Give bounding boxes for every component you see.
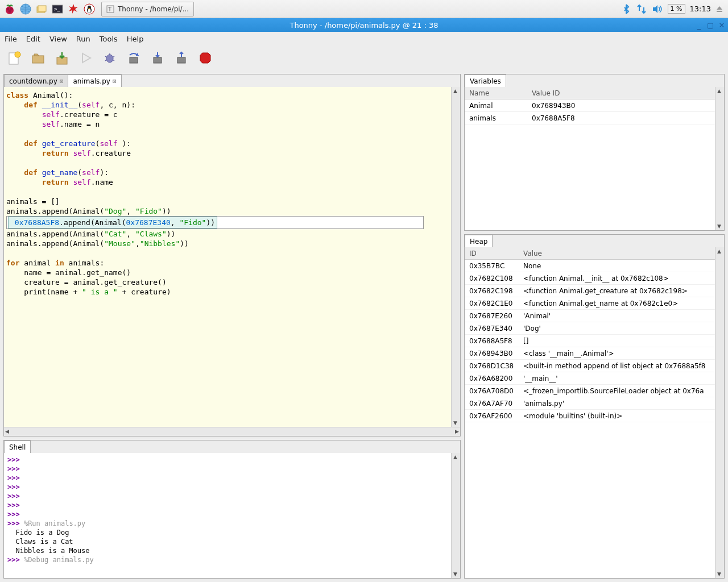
run-icon[interactable] xyxy=(77,49,94,66)
thonny-icon: T xyxy=(106,5,114,13)
menu-view[interactable]: View xyxy=(49,35,67,43)
code-editor[interactable]: class Animal(): def __init__(self, c, n)… xyxy=(4,87,451,427)
table-row[interactable]: 0x76A708D0<_frozen_importlib.SourceFileL… xyxy=(465,385,715,397)
table-row[interactable]: 0x76A68200'__main__' xyxy=(465,372,715,385)
os-taskbar: >_ T Thonny - /home/pi/... 1 % 13:13 xyxy=(0,0,728,18)
variables-grid: Name Value ID Animal0x768943B0animals0x7… xyxy=(465,87,715,230)
table-row[interactable]: 0x7687E340'Dog' xyxy=(465,322,715,335)
table-row[interactable]: 0x76AF2600<module 'builtins' (built-in)> xyxy=(465,410,715,422)
window-titlebar: Thonny - /home/pi/animals.py @ 21 : 38 _… xyxy=(0,18,728,32)
variables-head-name: Name xyxy=(465,89,527,97)
toolbar xyxy=(0,45,728,70)
svg-marker-30 xyxy=(200,53,210,63)
svg-marker-17 xyxy=(653,5,657,13)
variables-head-value: Value ID xyxy=(527,89,715,97)
step-out-icon[interactable] xyxy=(173,49,190,66)
svg-marker-23 xyxy=(34,54,39,56)
system-tray: 1 % 13:13 xyxy=(621,4,726,14)
shell-scrollbar-v[interactable] xyxy=(451,453,460,578)
tab-shell[interactable]: Shell xyxy=(4,440,31,453)
svg-point-1 xyxy=(7,7,10,10)
maximize-icon[interactable]: ▢ xyxy=(706,21,714,29)
table-row[interactable]: 0x76A7AF70'animals.py' xyxy=(465,397,715,410)
tab-variables[interactable]: Variables xyxy=(465,74,506,87)
menubar: File Edit View Run Tools Help xyxy=(0,32,728,45)
table-row[interactable]: 0x7688A5F8[] xyxy=(465,335,715,347)
table-row[interactable]: 0x768D1C38<built-in method append of lis… xyxy=(465,360,715,372)
editor-scrollbar-h[interactable] xyxy=(4,427,460,436)
minimize-icon[interactable]: _ xyxy=(695,21,703,29)
new-file-icon[interactable] xyxy=(6,49,23,66)
svg-rect-27 xyxy=(130,57,138,63)
menu-file[interactable]: File xyxy=(5,35,17,43)
svg-point-21 xyxy=(15,52,20,57)
tab-label: countdown.py xyxy=(9,77,57,85)
shell-panel: Shell >>>>>>>>>>>>>>>>>>>>>>>> %Run anim… xyxy=(3,440,461,579)
svg-text:>_: >_ xyxy=(54,6,60,12)
tab-label: animals.py xyxy=(73,77,110,85)
taskbar-app-thonny[interactable]: T Thonny - /home/pi/... xyxy=(101,2,194,16)
table-row[interactable]: 0x7682C1E0<function Animal.get_name at 0… xyxy=(465,297,715,310)
tab-countdown[interactable]: countdown.py⊠ xyxy=(4,74,68,87)
svg-rect-28 xyxy=(154,57,162,63)
menu-edit[interactable]: Edit xyxy=(26,35,40,43)
heap-grid: ID Value 0x35B7BCNone0x7682C108<function… xyxy=(465,247,715,578)
table-row[interactable]: animals0x7688A5F8 xyxy=(465,112,715,124)
table-row[interactable]: 0x7682C198<function Animal.get_creature … xyxy=(465,285,715,297)
svg-rect-29 xyxy=(177,57,185,63)
window-title: Thonny - /home/pi/animals.py @ 21 : 38 xyxy=(289,21,438,30)
heap-panel: Heap ID Value 0x35B7BCNone0x7682C108<fun… xyxy=(464,234,725,579)
eject-icon[interactable] xyxy=(715,5,723,13)
svg-point-3 xyxy=(9,10,11,13)
variables-scrollbar-v[interactable] xyxy=(715,87,724,230)
svg-text:T: T xyxy=(107,6,112,13)
editor-panel: countdown.py⊠ animals.py⊠ class Animal()… xyxy=(3,74,461,436)
svg-rect-22 xyxy=(32,56,44,63)
volume-icon[interactable] xyxy=(652,4,663,14)
variables-panel: Variables Name Value ID Animal0x768943B0… xyxy=(464,74,725,231)
close-icon[interactable]: ✕ xyxy=(718,21,726,29)
globe-icon[interactable] xyxy=(18,2,33,16)
taskbar-launchers: >_ xyxy=(2,2,97,16)
menu-run[interactable]: Run xyxy=(76,35,90,43)
network-icon[interactable] xyxy=(636,4,647,14)
heap-head-value: Value xyxy=(519,250,715,257)
tab-label: Heap xyxy=(470,238,487,246)
tab-label: Variables xyxy=(470,77,501,85)
open-file-icon[interactable] xyxy=(30,49,47,66)
tab-animals[interactable]: animals.py⊠ xyxy=(68,74,121,87)
svg-point-12 xyxy=(88,9,91,13)
menu-tools[interactable]: Tools xyxy=(100,35,118,43)
terminal-icon[interactable]: >_ xyxy=(50,2,65,16)
bluetooth-icon[interactable] xyxy=(621,4,631,14)
tab-close-icon[interactable]: ⊠ xyxy=(113,77,117,85)
svg-marker-18 xyxy=(717,6,722,10)
table-row[interactable]: 0x7687E260'Animal' xyxy=(465,310,715,322)
svg-rect-19 xyxy=(717,11,722,12)
editor-tabs: countdown.py⊠ animals.py⊠ xyxy=(4,74,460,87)
table-row[interactable]: 0x35B7BCNone xyxy=(465,260,715,272)
raspberry-icon[interactable] xyxy=(2,2,17,16)
tab-close-icon[interactable]: ⊠ xyxy=(60,77,64,85)
save-icon[interactable] xyxy=(53,49,71,66)
heap-head-id: ID xyxy=(465,250,519,257)
files-icon[interactable] xyxy=(34,2,49,16)
taskbar-app-label: Thonny - /home/pi/... xyxy=(118,5,189,13)
penguin-icon[interactable] xyxy=(82,2,97,16)
heap-scrollbar-v[interactable] xyxy=(715,247,724,578)
step-over-icon[interactable] xyxy=(125,49,142,66)
table-row[interactable]: 0x7682C108<function Animal.__init__ at 0… xyxy=(465,272,715,285)
burst-icon[interactable] xyxy=(66,2,81,16)
table-row[interactable]: Animal0x768943B0 xyxy=(465,99,715,112)
editor-scrollbar-v[interactable] xyxy=(451,87,460,427)
menu-help[interactable]: Help xyxy=(127,35,144,43)
clock[interactable]: 13:13 xyxy=(690,5,711,13)
cpu-meter[interactable]: 1 % xyxy=(668,4,685,14)
stop-icon[interactable] xyxy=(197,49,214,66)
table-row[interactable]: 0x768943B0<class '__main__.Animal'> xyxy=(465,347,715,360)
tab-label: Shell xyxy=(9,443,26,451)
tab-heap[interactable]: Heap xyxy=(465,235,493,247)
shell-output[interactable]: >>>>>>>>>>>>>>>>>>>>>>>> %Run animals.py… xyxy=(4,453,451,578)
debug-icon[interactable] xyxy=(101,49,118,66)
step-into-icon[interactable] xyxy=(149,49,166,66)
